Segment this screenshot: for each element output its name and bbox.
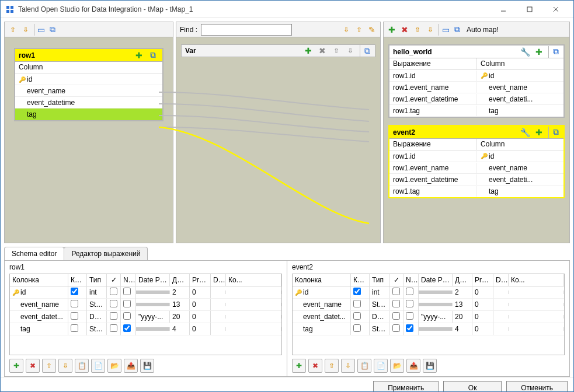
output-minimize-icon[interactable]: ⧉ [451,24,463,36]
output-layout-icon[interactable]: ▭ [439,24,450,36]
checkbox[interactable] [71,300,78,307]
output-row[interactable]: row1.event_datetimeevent_dateti... [389,174,563,186]
cancel-button[interactable]: Отменить [506,381,568,392]
checkbox[interactable] [123,300,131,307]
schema-row[interactable]: tagStri...40 [10,323,281,335]
schema-row[interactable]: tagStri...40 [293,323,564,335]
output-up-icon[interactable]: ⇧ [412,24,423,36]
out1-add-icon[interactable]: ✚ [533,46,545,58]
checkbox[interactable] [406,288,413,295]
import-button[interactable]: 📂 [107,359,121,373]
ok-button[interactable]: Ок [443,381,502,392]
add-icon[interactable]: ✚ [133,50,145,61]
add-output-icon[interactable]: ✚ [386,24,398,36]
checkbox[interactable] [392,312,400,320]
output-row[interactable]: row1.event_nameevent_name [389,162,563,174]
input-row[interactable]: event_name [15,85,162,97]
export-button[interactable]: 📤 [124,359,138,373]
schema-row[interactable]: event_nameStri...130 [293,299,564,311]
output-row[interactable]: row1.event_datetimeevent_dateti... [389,93,563,105]
apply-button[interactable]: Применить [373,381,439,392]
minimize-button[interactable] [490,1,516,18]
input-box-header[interactable]: row1 ✚ ⧉ [15,49,162,62]
checkbox[interactable] [71,288,78,295]
var-up-icon[interactable]: ⇧ [331,45,342,57]
input-row[interactable]: 🔑id [15,74,162,85]
schema-row[interactable]: event_nameStri...130 [10,299,281,311]
checkbox[interactable] [123,312,131,320]
expand-icon[interactable]: ⧉ [147,50,159,61]
checkbox[interactable] [392,288,400,295]
wrench-icon[interactable]: 🔧 [519,127,531,138]
out2-expand-icon[interactable]: ⧉ [548,127,560,138]
var-expand-icon[interactable]: ⧉ [360,45,371,57]
output1-header[interactable]: hello_world 🔧 ✚ ⧉ [389,46,563,58]
output-row[interactable]: row1.tagtag [389,105,563,117]
paste-button[interactable]: 📄 [374,359,388,373]
checkbox[interactable] [71,324,78,332]
save-button[interactable]: 💾 [423,359,437,373]
export-button[interactable]: 📤 [406,359,420,373]
copy-button[interactable]: 📋 [75,359,89,373]
checkbox[interactable] [123,288,131,295]
tab-schema-editor[interactable]: Schema editor [4,247,64,260]
maximize-button[interactable] [516,1,542,18]
move-up-icon[interactable]: ⇧ [7,24,19,36]
row-up-button[interactable]: ⇧ [42,359,56,373]
find-next-icon[interactable]: ⇧ [353,24,365,36]
checkbox[interactable] [406,324,413,332]
var-add-icon[interactable]: ✚ [302,45,314,57]
output-row[interactable]: row1.tagtag [389,186,563,197]
checkbox[interactable] [110,324,117,332]
output-row[interactable]: row1.event_nameevent_name [389,82,563,93]
find-prev-icon[interactable]: ⇩ [340,24,352,36]
remove-output-icon[interactable]: ✖ [399,24,411,36]
import-button[interactable]: 📂 [390,359,404,373]
checkbox[interactable] [110,288,117,295]
checkbox[interactable] [392,300,400,307]
checkbox[interactable] [353,288,361,295]
output2-header[interactable]: event2 🔧 ✚ ⧉ [389,126,563,139]
checkbox[interactable] [110,312,117,320]
row-up-button[interactable]: ⇧ [325,359,339,373]
checkbox[interactable] [353,324,361,332]
highlight-icon[interactable]: ✎ [366,24,378,36]
row-down-button[interactable]: ⇩ [341,359,355,373]
layout-icon[interactable]: ▭ [34,24,46,36]
var-remove-icon[interactable]: ✖ [316,45,328,57]
move-down-icon[interactable]: ⇩ [20,24,32,36]
wrench-icon[interactable]: 🔧 [519,46,531,58]
find-input[interactable] [201,24,292,36]
copy-button[interactable]: 📋 [357,359,371,373]
schema-row[interactable]: event_datet...Date"yyyy-...200 [10,311,281,323]
row-down-button[interactable]: ⇩ [58,359,72,373]
auto-map-button[interactable]: Auto map! [467,26,499,34]
output-down-icon[interactable]: ⇩ [425,24,436,36]
input-row[interactable]: event_datetime [15,97,162,108]
checkbox[interactable] [110,300,117,307]
add-row-button[interactable]: ✚ [9,359,23,373]
input-row[interactable]: tag [15,108,162,120]
output-row[interactable]: row1.id🔑id [389,70,563,82]
delete-row-button[interactable]: ✖ [308,359,322,373]
checkbox[interactable] [71,312,78,320]
schema-row[interactable]: event_datet...Date"yyyy-...200 [293,311,564,323]
out1-expand-icon[interactable]: ⧉ [548,46,560,58]
schema-row[interactable]: 🔑idint20 [293,286,564,299]
checkbox[interactable] [406,312,413,320]
delete-row-button[interactable]: ✖ [26,359,40,373]
out2-add-icon[interactable]: ✚ [533,127,545,138]
var-down-icon[interactable]: ⇩ [345,45,356,57]
close-button[interactable] [542,1,569,18]
checkbox[interactable] [123,324,131,332]
paste-button[interactable]: 📄 [91,359,105,373]
checkbox[interactable] [353,300,361,307]
minimize-all-icon[interactable]: ⧉ [47,24,58,36]
checkbox[interactable] [406,300,413,307]
checkbox[interactable] [392,324,400,332]
add-row-button[interactable]: ✚ [292,359,306,373]
schema-row[interactable]: 🔑idint20 [10,286,281,299]
output-row[interactable]: row1.id🔑id [389,150,563,162]
save-button[interactable]: 💾 [140,359,154,373]
checkbox[interactable] [353,312,361,320]
